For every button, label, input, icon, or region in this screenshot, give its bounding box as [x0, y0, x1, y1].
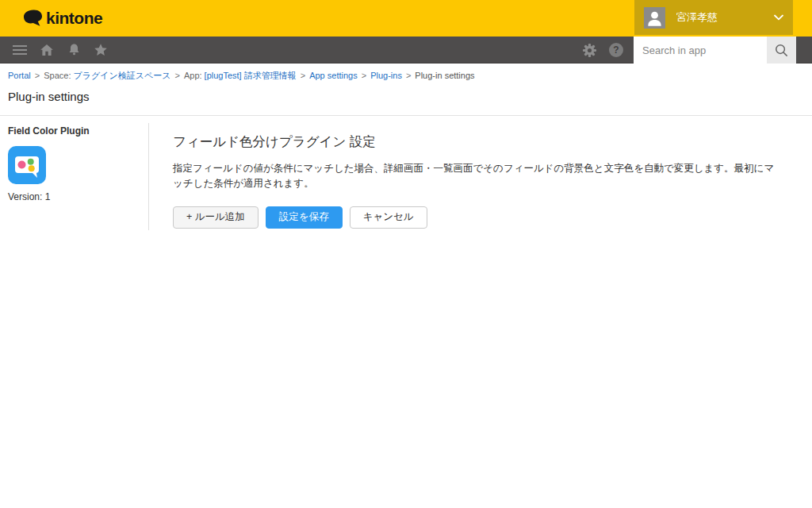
navbar-right-icons: ?: [576, 37, 630, 64]
kintone-logo[interactable]: kintone: [22, 9, 102, 29]
kintone-logo-text: kintone: [46, 9, 102, 28]
breadcrumb-app[interactable]: [plugTest] 請求管理情報: [205, 71, 297, 80]
menu-hamburger-icon[interactable]: [6, 37, 33, 64]
chevron-down-icon: [774, 14, 783, 21]
plugin-name: Field Color Plugin: [8, 125, 140, 137]
app-header: kintone 宮澤孝慈: [0, 0, 812, 37]
save-settings-button[interactable]: 設定を保存: [266, 206, 343, 229]
home-icon[interactable]: [33, 37, 60, 64]
breadcrumb-space[interactable]: プラグイン検証スペース: [73, 71, 170, 80]
plugin-sidebar: Field Color Plugin Version: 1: [0, 123, 149, 230]
plugin-settings-panel: フィールド色分けプラグイン 設定 指定フィールドの値が条件にマッチした場合、詳細…: [149, 123, 812, 230]
breadcrumb-current: Plug-in settings: [415, 71, 474, 80]
plugin-version: Version: 1: [8, 191, 140, 202]
plugin-settings-description: 指定フィールドの値が条件にマッチした場合、詳細画面・一覧画面でそのフィールドの背…: [173, 161, 780, 191]
global-navbar: ?: [0, 37, 812, 64]
search-button[interactable]: [767, 37, 796, 64]
breadcrumb: Portal>Space:プラグイン検証スペース>App:[plugTest] …: [0, 64, 812, 82]
search-input[interactable]: [634, 37, 767, 64]
breadcrumb-app-settings[interactable]: App settings: [309, 71, 358, 80]
page-title: Plug-in settings: [8, 90, 804, 103]
notifications-bell-icon[interactable]: [60, 37, 87, 64]
user-menu[interactable]: 宮澤孝慈: [634, 0, 793, 35]
kintone-logo-icon: [22, 9, 44, 29]
plugin-settings-heading: フィールド色分けプラグイン 設定: [173, 133, 780, 151]
breadcrumb-app-prefix: App:: [184, 71, 202, 80]
breadcrumb-separator: >: [301, 71, 305, 80]
app-search: [634, 37, 796, 64]
breadcrumb-separator: >: [362, 71, 366, 80]
breadcrumb-separator: >: [35, 71, 40, 80]
user-name: 宮澤孝慈: [676, 10, 769, 25]
button-row: + ルール追加 設定を保存 キャンセル: [173, 206, 780, 229]
breadcrumb-space-prefix: Space:: [44, 71, 71, 80]
breadcrumb-separator: >: [175, 71, 180, 80]
divider: [0, 115, 812, 116]
breadcrumb-portal[interactable]: Portal: [8, 71, 31, 80]
add-rule-button[interactable]: + ルール追加: [173, 206, 259, 229]
svg-text:?: ?: [613, 44, 619, 56]
help-icon[interactable]: ?: [603, 37, 630, 64]
breadcrumb-separator: >: [406, 71, 411, 80]
favorites-star-icon[interactable]: [87, 37, 114, 64]
search-icon: [774, 43, 789, 58]
breadcrumb-plugins[interactable]: Plug-ins: [370, 71, 402, 80]
settings-gear-icon[interactable]: [576, 37, 603, 64]
content-area: Field Color Plugin Version: 1 フィールド色分けプラ…: [0, 123, 812, 230]
user-avatar: [644, 7, 665, 29]
cancel-button[interactable]: キャンセル: [350, 206, 427, 229]
plugin-icon: [8, 146, 140, 184]
